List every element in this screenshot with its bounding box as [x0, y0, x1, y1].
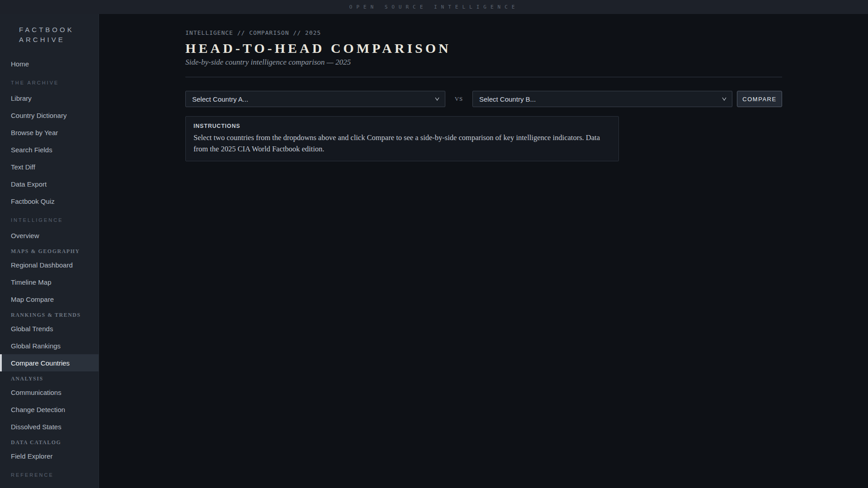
app-logo: FACTBOOK ARCHIVE	[0, 14, 99, 45]
breadcrumb: INTELLIGENCE // COMPARISON // 2025	[185, 29, 782, 37]
sidebar-item-country-dictionary[interactable]: Country Dictionary	[0, 107, 99, 124]
sidebar-item-api-documentation[interactable]: API Documentation	[0, 482, 99, 488]
sidebar-item-text-diff[interactable]: Text Diff	[0, 158, 99, 175]
sidebar-item-field-explorer[interactable]: Field Explorer	[0, 447, 99, 465]
sidebar-item-dissolved-states[interactable]: Dissolved States	[0, 418, 99, 435]
topbar: OPEN SOURCE INTELLIGENCE	[0, 0, 868, 14]
sidebar-section-data-catalog: DATA CATALOG	[0, 438, 99, 447]
sidebar-section-the-archive: THE ARCHIVE	[0, 78, 99, 88]
instructions-body: Select two countries from the dropdowns …	[193, 132, 611, 155]
divider	[185, 77, 782, 77]
sidebar-item-search-fields[interactable]: Search Fields	[0, 141, 99, 158]
sidebar-item-home[interactable]: Home	[0, 55, 99, 72]
comparison-controls: Select Country A... VS Select Country B.…	[185, 91, 782, 107]
sidebar-item-data-export[interactable]: Data Export	[0, 175, 99, 192]
country-b-select[interactable]: Select Country B...	[472, 91, 732, 107]
sidebar-item-browse-by-year[interactable]: Browse by Year	[0, 124, 99, 141]
compare-button[interactable]: COMPARE	[737, 91, 782, 107]
page-title: HEAD-TO-HEAD COMPARISON	[185, 40, 782, 56]
sidebar-section-maps-geography: MAPS & GEOGRAPHY	[0, 247, 99, 256]
instructions-panel: INSTRUCTIONS Select two countries from t…	[185, 116, 619, 161]
sidebar-item-map-compare[interactable]: Map Compare	[0, 291, 99, 308]
main-content: INTELLIGENCE // COMPARISON // 2025 HEAD-…	[99, 14, 868, 488]
sidebar-item-compare-countries[interactable]: Compare Countries	[0, 354, 99, 371]
sidebar-section-reference: REFERENCE	[0, 470, 99, 480]
country-a-select[interactable]: Select Country A...	[185, 91, 445, 107]
sidebar-nav: Home THE ARCHIVE Library Country Diction…	[0, 55, 99, 488]
sidebar-item-timeline-map[interactable]: Timeline Map	[0, 273, 99, 291]
sidebar-section-rankings-trends: RANKINGS & TRENDS	[0, 310, 99, 320]
sidebar-item-communications[interactable]: Communications	[0, 384, 99, 401]
country-a-select-wrap: Select Country A...	[185, 91, 445, 107]
logo-line-2: ARCHIVE	[19, 35, 99, 45]
sidebar-item-regional-dashboard[interactable]: Regional Dashboard	[0, 256, 99, 273]
sidebar-section-analysis: ANALYSIS	[0, 374, 99, 384]
logo-line-1: FACTBOOK	[19, 25, 99, 35]
sidebar-item-library[interactable]: Library	[0, 89, 99, 107]
topbar-title: OPEN SOURCE INTELLIGENCE	[349, 4, 519, 10]
country-b-select-wrap: Select Country B...	[472, 91, 732, 107]
sidebar-item-global-rankings[interactable]: Global Rankings	[0, 337, 99, 354]
page-subtitle: Side-by-side country intelligence compar…	[185, 57, 782, 67]
instructions-heading: INSTRUCTIONS	[193, 122, 611, 130]
sidebar: FACTBOOK ARCHIVE Home THE ARCHIVE Librar…	[0, 14, 99, 488]
sidebar-item-global-trends[interactable]: Global Trends	[0, 320, 99, 337]
sidebar-item-factbook-quiz[interactable]: Factbook Quiz	[0, 192, 99, 210]
vs-label: VS	[445, 95, 472, 103]
sidebar-section-intelligence: INTELLIGENCE	[0, 215, 99, 225]
sidebar-item-change-detection[interactable]: Change Detection	[0, 401, 99, 418]
sidebar-item-overview[interactable]: Overview	[0, 227, 99, 244]
